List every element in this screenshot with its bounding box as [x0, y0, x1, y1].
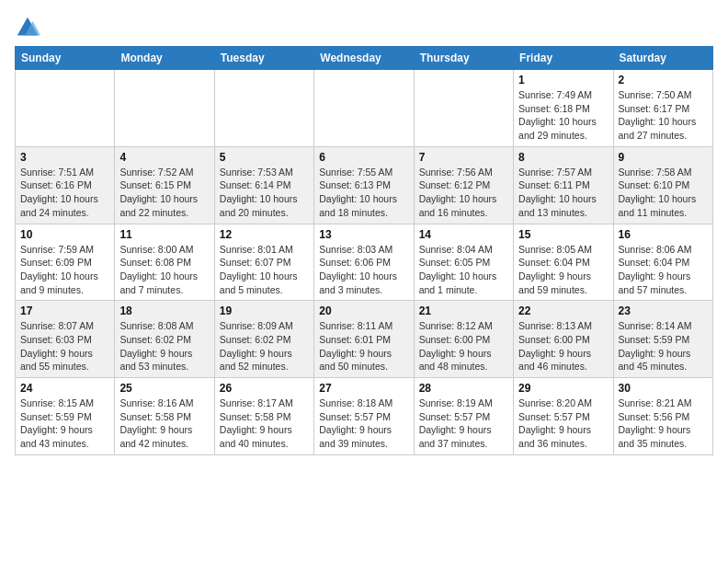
day-info: Sunrise: 8:19 AM Sunset: 5:57 PM Dayligh…: [419, 396, 508, 451]
calendar-cell: 5Sunrise: 7:53 AM Sunset: 6:14 PM Daylig…: [214, 146, 313, 224]
day-info: Sunrise: 7:58 AM Sunset: 6:10 PM Dayligh…: [619, 166, 708, 220]
calendar-week-1: 1Sunrise: 7:49 AM Sunset: 6:18 PM Daylig…: [16, 70, 713, 147]
calendar-cell: 16Sunrise: 8:06 AM Sunset: 6:04 PM Dayli…: [613, 224, 712, 301]
day-header-sunday: Sunday: [16, 47, 115, 70]
calendar-cell: 10Sunrise: 7:59 AM Sunset: 6:09 PM Dayli…: [16, 224, 115, 301]
day-header-tuesday: Tuesday: [214, 47, 313, 70]
calendar-cell: [16, 70, 115, 147]
day-info: Sunrise: 8:07 AM Sunset: 6:03 PM Dayligh…: [20, 319, 109, 373]
day-info: Sunrise: 8:11 AM Sunset: 6:01 PM Dayligh…: [319, 319, 408, 373]
day-info: Sunrise: 7:53 AM Sunset: 6:14 PM Dayligh…: [220, 166, 309, 220]
calendar-cell: 21Sunrise: 8:12 AM Sunset: 6:00 PM Dayli…: [414, 301, 513, 378]
calendar-cell: 30Sunrise: 8:21 AM Sunset: 5:56 PM Dayli…: [613, 378, 712, 455]
day-number: 8: [518, 151, 608, 164]
day-info: Sunrise: 8:04 AM Sunset: 6:05 PM Dayligh…: [419, 243, 508, 297]
day-number: 7: [419, 151, 508, 164]
day-number: 2: [619, 74, 708, 86]
header: [15, 15, 713, 40]
calendar-cell: 12Sunrise: 8:01 AM Sunset: 6:07 PM Dayli…: [214, 224, 313, 301]
day-number: 17: [20, 304, 109, 317]
calendar-cell: [214, 70, 313, 147]
day-number: 18: [119, 304, 209, 317]
day-info: Sunrise: 8:12 AM Sunset: 6:00 PM Dayligh…: [419, 319, 508, 373]
day-number: 14: [419, 228, 508, 241]
day-info: Sunrise: 7:57 AM Sunset: 6:11 PM Dayligh…: [518, 166, 608, 220]
day-info: Sunrise: 8:08 AM Sunset: 6:02 PM Dayligh…: [119, 319, 209, 373]
calendar-week-2: 3Sunrise: 7:51 AM Sunset: 6:16 PM Daylig…: [16, 146, 713, 224]
day-info: Sunrise: 8:15 AM Sunset: 5:59 PM Dayligh…: [20, 396, 109, 451]
day-number: 21: [419, 304, 508, 317]
calendar-cell: 20Sunrise: 8:11 AM Sunset: 6:01 PM Dayli…: [314, 301, 414, 378]
day-info: Sunrise: 7:51 AM Sunset: 6:16 PM Dayligh…: [20, 166, 109, 220]
day-info: Sunrise: 8:01 AM Sunset: 6:07 PM Dayligh…: [220, 243, 309, 297]
day-info: Sunrise: 8:20 AM Sunset: 5:57 PM Dayligh…: [518, 396, 608, 451]
calendar-cell: 9Sunrise: 7:58 AM Sunset: 6:10 PM Daylig…: [613, 146, 712, 224]
calendar-cell: [115, 70, 214, 147]
day-number: 16: [619, 228, 708, 241]
calendar-cell: 27Sunrise: 8:18 AM Sunset: 5:57 PM Dayli…: [314, 378, 414, 455]
day-info: Sunrise: 8:21 AM Sunset: 5:56 PM Dayligh…: [619, 396, 708, 451]
calendar-cell: 25Sunrise: 8:16 AM Sunset: 5:58 PM Dayli…: [115, 378, 214, 455]
day-number: 28: [419, 382, 508, 395]
calendar-cell: 19Sunrise: 8:09 AM Sunset: 6:02 PM Dayli…: [214, 301, 313, 378]
day-number: 29: [518, 382, 608, 395]
day-info: Sunrise: 8:09 AM Sunset: 6:02 PM Dayligh…: [220, 319, 309, 373]
day-header-monday: Monday: [115, 47, 214, 70]
day-info: Sunrise: 7:55 AM Sunset: 6:13 PM Dayligh…: [319, 166, 408, 220]
calendar-cell: 11Sunrise: 8:00 AM Sunset: 6:08 PM Dayli…: [115, 224, 214, 301]
calendar-cell: 28Sunrise: 8:19 AM Sunset: 5:57 PM Dayli…: [414, 378, 513, 455]
calendar-cell: 4Sunrise: 7:52 AM Sunset: 6:15 PM Daylig…: [115, 146, 214, 224]
day-info: Sunrise: 7:50 AM Sunset: 6:17 PM Dayligh…: [619, 88, 708, 143]
day-number: 19: [220, 304, 309, 317]
calendar-week-3: 10Sunrise: 7:59 AM Sunset: 6:09 PM Dayli…: [16, 224, 713, 301]
calendar-cell: 1Sunrise: 7:49 AM Sunset: 6:18 PM Daylig…: [514, 70, 613, 147]
day-info: Sunrise: 8:18 AM Sunset: 5:57 PM Dayligh…: [319, 396, 408, 451]
day-number: 11: [119, 228, 209, 241]
day-number: 4: [119, 151, 209, 164]
day-number: 1: [518, 74, 608, 86]
calendar-cell: 2Sunrise: 7:50 AM Sunset: 6:17 PM Daylig…: [613, 70, 712, 147]
calendar-cell: 7Sunrise: 7:56 AM Sunset: 6:12 PM Daylig…: [414, 146, 513, 224]
day-number: 24: [20, 382, 109, 395]
day-number: 20: [319, 304, 408, 317]
logo-icon: [15, 15, 40, 40]
calendar-table: SundayMondayTuesdayWednesdayThursdayFrid…: [15, 46, 713, 455]
day-header-friday: Friday: [514, 47, 613, 70]
day-number: 22: [518, 304, 608, 317]
calendar-cell: 26Sunrise: 8:17 AM Sunset: 5:58 PM Dayli…: [214, 378, 313, 455]
calendar-cell: 23Sunrise: 8:14 AM Sunset: 5:59 PM Dayli…: [613, 301, 712, 378]
day-number: 5: [220, 151, 309, 164]
day-number: 15: [518, 228, 608, 241]
calendar-week-4: 17Sunrise: 8:07 AM Sunset: 6:03 PM Dayli…: [16, 301, 713, 378]
day-info: Sunrise: 8:14 AM Sunset: 5:59 PM Dayligh…: [619, 319, 708, 373]
day-info: Sunrise: 7:59 AM Sunset: 6:09 PM Dayligh…: [20, 243, 109, 297]
calendar-cell: [414, 70, 513, 147]
day-header-thursday: Thursday: [414, 47, 513, 70]
calendar-cell: 8Sunrise: 7:57 AM Sunset: 6:11 PM Daylig…: [514, 146, 613, 224]
day-number: 12: [220, 228, 309, 241]
day-info: Sunrise: 8:13 AM Sunset: 6:00 PM Dayligh…: [518, 319, 608, 373]
calendar-cell: 22Sunrise: 8:13 AM Sunset: 6:00 PM Dayli…: [514, 301, 613, 378]
calendar-cell: [314, 70, 414, 147]
calendar-cell: 14Sunrise: 8:04 AM Sunset: 6:05 PM Dayli…: [414, 224, 513, 301]
page-container: SundayMondayTuesdayWednesdayThursdayFrid…: [15, 15, 713, 455]
day-number: 26: [220, 382, 309, 395]
day-info: Sunrise: 7:56 AM Sunset: 6:12 PM Dayligh…: [419, 166, 508, 220]
calendar-cell: 15Sunrise: 8:05 AM Sunset: 6:04 PM Dayli…: [514, 224, 613, 301]
logo: [15, 15, 44, 40]
day-header-wednesday: Wednesday: [314, 47, 414, 70]
day-info: Sunrise: 8:16 AM Sunset: 5:58 PM Dayligh…: [119, 396, 209, 451]
calendar-cell: 29Sunrise: 8:20 AM Sunset: 5:57 PM Dayli…: [514, 378, 613, 455]
day-info: Sunrise: 8:06 AM Sunset: 6:04 PM Dayligh…: [619, 243, 708, 297]
day-number: 6: [319, 151, 408, 164]
calendar-week-5: 24Sunrise: 8:15 AM Sunset: 5:59 PM Dayli…: [16, 378, 713, 455]
day-number: 23: [619, 304, 708, 317]
day-number: 3: [20, 151, 109, 164]
day-number: 27: [319, 382, 408, 395]
day-info: Sunrise: 8:00 AM Sunset: 6:08 PM Dayligh…: [119, 243, 209, 297]
calendar-cell: 13Sunrise: 8:03 AM Sunset: 6:06 PM Dayli…: [314, 224, 414, 301]
day-info: Sunrise: 7:49 AM Sunset: 6:18 PM Dayligh…: [518, 88, 608, 143]
day-info: Sunrise: 8:05 AM Sunset: 6:04 PM Dayligh…: [518, 243, 608, 297]
day-number: 9: [619, 151, 708, 164]
calendar-cell: 24Sunrise: 8:15 AM Sunset: 5:59 PM Dayli…: [16, 378, 115, 455]
